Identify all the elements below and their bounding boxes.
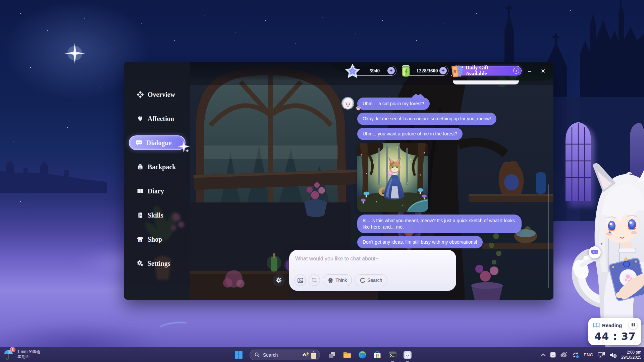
weather-alert-badge: 6 [10, 347, 15, 352]
stars [0, 0, 1, 1]
edge-icon [359, 351, 366, 359]
gear-icon [137, 260, 144, 267]
language-indicator[interactable]: ENG [584, 353, 593, 357]
sparkle-icon: ✦ [600, 241, 603, 246]
sidebar-item-label: Diary [148, 187, 164, 195]
clock-time: 2:00 pm [621, 350, 641, 355]
sidebar-item-diary[interactable]: Diary [129, 184, 185, 198]
search-refresh-icon [360, 278, 365, 283]
sidebar-item-settings[interactable]: Settings [129, 256, 185, 271]
star-currency-icon [345, 64, 360, 78]
think-mode-button[interactable]: Think [323, 274, 352, 286]
search-highlight-image [302, 351, 317, 359]
generated-image[interactable] [357, 143, 428, 212]
edge-browser-button[interactable] [358, 350, 367, 360]
tray-app-icon[interactable] [550, 352, 556, 358]
shop-icon [137, 236, 144, 243]
tray-chevron-icon[interactable] [541, 353, 546, 357]
folder-icon [343, 351, 351, 359]
sidebar-item-dialogue[interactable]: Dialogue [129, 135, 185, 150]
start-button[interactable] [234, 350, 244, 360]
task-view-icon [328, 351, 336, 359]
sidebar-item-overview[interactable]: Overview [129, 87, 185, 102]
sidebar-item-affection[interactable]: Affection [129, 111, 185, 126]
add-stars-button[interactable]: + [387, 67, 395, 74]
chat-message-bubble: Is... is this what you meant, meow? It's… [357, 215, 522, 233]
search-icon [255, 352, 260, 357]
overview-diamonds-icon [137, 91, 144, 98]
think-label: Think [335, 278, 347, 283]
terminal-button[interactable] [388, 350, 397, 360]
weather-precip: 1 mm 的降雨 [17, 349, 41, 354]
running-indicator [406, 361, 409, 362]
sidebar-item-label: Dialogue [146, 139, 172, 147]
weather-widget[interactable]: 6 1 mm 的降雨 星期四 [3, 348, 41, 360]
gear-icon [276, 277, 282, 283]
terminal-icon [389, 351, 396, 359]
partial-user-bubble [453, 80, 519, 84]
onedrive-paused-icon[interactable] [560, 352, 568, 358]
reading-label: Reading [602, 322, 626, 328]
sidebar-item-label: Settings [148, 260, 170, 267]
bright-star [64, 43, 85, 64]
screenshot-crop-button[interactable] [309, 275, 320, 286]
chat-bubble-button[interactable] [589, 246, 601, 258]
file-explorer-button[interactable] [342, 350, 352, 360]
attach-image-button[interactable] [294, 275, 306, 286]
sidebar-item-backpack[interactable]: Backpack [129, 160, 185, 174]
chevron-right-icon: › [513, 68, 519, 74]
running-indicator [391, 361, 394, 362]
star-currency-pill: 5940 + [352, 66, 396, 76]
minimize-button[interactable]: – [525, 68, 534, 75]
castle-silhouette [0, 153, 107, 193]
reading-book-icon [593, 322, 600, 328]
daily-gift-label: Daily Gift Available [466, 65, 511, 77]
chat-message-bubble: Okay, let me see if I can conjure someth… [357, 113, 496, 125]
chat-input[interactable] [295, 256, 443, 262]
sparkle-icon [178, 141, 190, 152]
sidebar-item-shop[interactable]: Shop [129, 232, 185, 247]
input-toolbar: Think Search [294, 274, 387, 286]
add-energy-button[interactable]: + [439, 67, 447, 74]
sidebar-item-skills[interactable]: Skills [129, 208, 185, 223]
chat-scrollbar[interactable] [548, 184, 549, 288]
image-icon [298, 278, 303, 283]
ms-store-button[interactable] [373, 350, 382, 360]
pause-button[interactable] [629, 320, 637, 329]
sidebar-nav: Overview Affection Dia [124, 82, 190, 276]
sidebar-item-label: Affection [148, 115, 174, 123]
heart-icon [137, 115, 144, 122]
close-button[interactable]: ✕ [539, 68, 547, 75]
companion-avatar [342, 98, 354, 109]
energy-pill: 1228/3600 + [405, 66, 448, 76]
chat-message-bubble: Uhm— a cat pic in my forest? [357, 98, 430, 110]
energy-can-icon [399, 64, 413, 78]
sidebar-item-label: Backpack [148, 163, 176, 171]
task-view-button[interactable] [327, 350, 337, 360]
reading-timer-widget[interactable]: Reading 44 : 37 [588, 318, 641, 345]
taskbar-search[interactable]: Search [250, 350, 320, 360]
daily-gift-button[interactable]: Daily Gift Available › [454, 66, 522, 75]
chat-settings-button[interactable] [273, 274, 285, 286]
search-label: Search [367, 278, 382, 283]
skill-book-icon [137, 212, 144, 219]
companion-app-button[interactable] [403, 350, 412, 360]
think-flower-icon [328, 278, 333, 283]
clock-date: 29/10/2025 [621, 355, 641, 360]
gift-tickets-icon [450, 64, 464, 78]
taskbar-clock[interactable]: 2:00 pm 29/10/2025 [621, 350, 641, 360]
web-search-button[interactable]: Search [355, 274, 387, 286]
sidebar: Overview Affection Dia [124, 62, 190, 300]
sidebar-item-label: Skills [148, 212, 163, 219]
chat-bubble-icon [136, 139, 142, 146]
volume-muted-icon[interactable] [609, 352, 617, 358]
cat-ear-bubble-tail [412, 94, 424, 99]
weather-day: 星期四 [17, 354, 41, 359]
taskbar: 6 1 mm 的降雨 星期四 Search [0, 347, 644, 362]
windows-logo-icon [235, 351, 243, 359]
sidebar-item-label: Overview [148, 91, 175, 99]
network-icon[interactable] [598, 352, 605, 358]
speech-bubble-icon [591, 249, 598, 256]
chat-history[interactable]: Uhm— a cat pic in my forest? Okay, let m… [357, 80, 522, 248]
sync-update-icon[interactable] [572, 352, 579, 358]
